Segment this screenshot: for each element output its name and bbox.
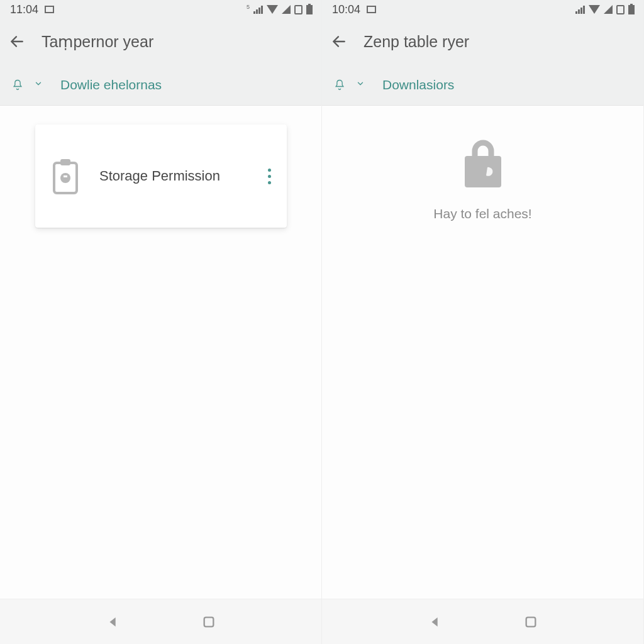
arrow-left-icon [331, 33, 347, 50]
system-nav-bar [322, 599, 643, 644]
lock-icon [460, 137, 506, 190]
bell-icon[interactable] [11, 78, 24, 92]
content-area: Hay to fel aches! [322, 106, 643, 599]
nav-recents-button[interactable] [202, 615, 216, 629]
svg-point-2 [60, 173, 70, 183]
pane-left: 11:04 5 Taṃpernor year Dowlie ehelornas [0, 0, 322, 644]
status-right [575, 5, 635, 14]
filter-label[interactable]: Downlasiors [382, 77, 454, 92]
wifi-icon [267, 5, 278, 14]
status-left: 10:04 [332, 3, 376, 16]
sim-icon [294, 5, 303, 14]
svg-rect-1 [60, 159, 70, 165]
app-title: Zenp table ryer [364, 33, 469, 51]
svg-rect-3 [64, 175, 67, 177]
content-area: Storage Permission [0, 106, 321, 599]
system-nav-bar [0, 599, 321, 644]
filter-row: Dowlie ehelornas [0, 64, 321, 106]
nav-back-button[interactable] [106, 615, 120, 629]
empty-state: Hay to fel aches! [322, 137, 643, 221]
back-button[interactable] [9, 33, 25, 50]
status-rect-icon [367, 6, 376, 13]
cell-icon [282, 5, 291, 14]
svg-rect-6 [526, 617, 535, 626]
battery-icon [628, 5, 635, 14]
battery-icon [306, 5, 313, 14]
wifi-icon [589, 5, 600, 14]
nav-back-button[interactable] [428, 615, 442, 629]
status-bar: 11:04 5 [0, 0, 321, 19]
status-rect-icon [45, 6, 54, 13]
pane-right: 10:04 Zenp table ryer Downlasiors [322, 0, 644, 644]
status-right: 5 [247, 5, 313, 14]
svg-rect-4 [204, 617, 213, 626]
app-bar: Taṃpernor year [0, 19, 321, 64]
sim-icon [616, 5, 625, 14]
signal-icon [575, 5, 585, 14]
app-bar: Zenp table ryer [322, 19, 643, 64]
app-title: Taṃpernor year [42, 33, 153, 51]
chevron-down-icon[interactable] [356, 79, 365, 91]
card-more-button[interactable] [262, 164, 277, 189]
filter-label[interactable]: Dowlie ehelornas [60, 77, 162, 92]
back-button[interactable] [331, 33, 347, 50]
arrow-left-icon [9, 33, 25, 50]
status-bar: 10:04 [322, 0, 643, 19]
filter-row: Downlasiors [322, 64, 643, 106]
status-left: 11:04 [10, 3, 54, 16]
nav-recents-button[interactable] [524, 615, 538, 629]
cell-icon [604, 5, 613, 14]
empty-state-text: Hay to fel aches! [433, 206, 531, 221]
status-clock: 11:04 [10, 3, 38, 16]
svg-rect-5 [465, 156, 501, 187]
device-storage-icon [52, 158, 79, 194]
chevron-down-icon[interactable] [34, 79, 43, 91]
status-data-icon: 5 [247, 4, 250, 10]
card-title: Storage Permission [99, 168, 242, 184]
bell-icon[interactable] [333, 78, 346, 92]
permission-card[interactable]: Storage Permission [35, 125, 287, 228]
signal-icon [253, 5, 263, 14]
status-clock: 10:04 [332, 3, 360, 16]
